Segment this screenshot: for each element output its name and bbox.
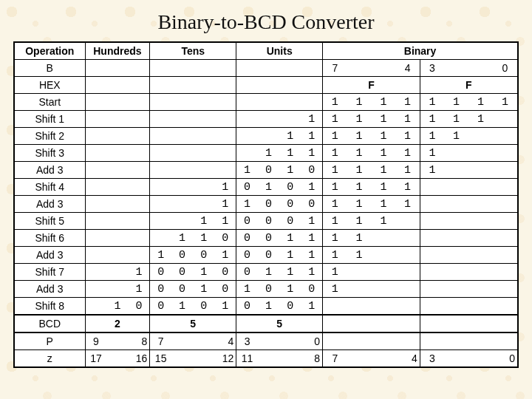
cell-binary <box>468 128 493 145</box>
cell-hundreds <box>106 111 128 128</box>
cell-tens: 0 <box>171 247 193 264</box>
cell-units: 1 <box>258 179 279 196</box>
cell-tens <box>150 179 171 196</box>
cell-binary <box>395 264 420 281</box>
cell-binary <box>468 213 493 230</box>
step-row: Shift 81001010101 <box>15 298 517 316</box>
cell-units: 0 <box>279 213 301 230</box>
cell-tens <box>214 162 236 179</box>
cell-tens: 0 <box>193 247 214 264</box>
cell-op: Shift 3 <box>15 145 85 162</box>
cell-binary <box>420 281 444 298</box>
cell-tens <box>150 111 171 128</box>
cell-binary: 1 <box>420 94 444 111</box>
hex-left: F <box>323 77 420 94</box>
cell-units: 0 <box>301 281 322 298</box>
cell-binary: 1 <box>420 111 444 128</box>
cell-binary <box>493 281 517 298</box>
cell-binary <box>468 298 493 316</box>
b-4: 4 <box>395 60 420 77</box>
cell-binary <box>395 298 420 316</box>
cell-units: 1 <box>279 145 301 162</box>
cell-binary <box>493 298 517 316</box>
cell-units: 0 <box>301 162 322 179</box>
cell-binary <box>371 264 395 281</box>
step-row: Shift 5110001111 <box>15 213 517 230</box>
cell-units: 1 <box>301 128 322 145</box>
cell-binary: 1 <box>323 162 347 179</box>
cell-units: 0 <box>236 264 258 281</box>
cell-hundreds <box>85 213 106 230</box>
cell-binary <box>347 264 372 281</box>
cell-tens <box>171 179 193 196</box>
cell-binary: 1 <box>444 94 468 111</box>
cell-binary <box>395 230 420 247</box>
cell-units <box>236 111 258 128</box>
cell-binary <box>444 179 468 196</box>
cell-binary: 1 <box>323 213 347 230</box>
cell-tens <box>193 128 214 145</box>
cell-binary <box>493 230 517 247</box>
cell-binary <box>444 162 468 179</box>
cell-op: Add 3 <box>15 247 85 264</box>
b-0: 0 <box>493 60 517 77</box>
cell-binary: 1 <box>420 145 444 162</box>
cell-units: 0 <box>258 213 279 230</box>
cell-tens: 0 <box>150 281 171 298</box>
cell-op: Shift 5 <box>15 213 85 230</box>
cell-binary: 1 <box>323 264 347 281</box>
cell-hundreds <box>106 162 128 179</box>
cell-tens: 1 <box>214 247 236 264</box>
step-row: Shift 4101011111 <box>15 179 517 196</box>
cell-units <box>236 94 258 111</box>
row-bcd: BCD 2 5 5 <box>15 315 517 332</box>
cell-units: 0 <box>258 281 279 298</box>
cell-binary <box>444 247 468 264</box>
cell-binary <box>468 179 493 196</box>
cell-hundreds <box>129 128 150 145</box>
cell-units <box>301 94 322 111</box>
cell-binary: 1 <box>395 111 420 128</box>
step-row: Add 3101011111 <box>15 162 517 179</box>
bcd-u: 5 <box>236 315 323 332</box>
cell-tens: 1 <box>193 230 214 247</box>
row-z: z 17 16 15 12 11 8 7 4 3 0 <box>15 350 517 367</box>
cell-hundreds: 1 <box>129 281 150 298</box>
cell-tens <box>193 145 214 162</box>
cell-tens <box>150 94 171 111</box>
cell-hundreds <box>85 162 106 179</box>
cell-units <box>279 94 301 111</box>
cell-units <box>279 111 301 128</box>
cell-binary: 1 <box>371 128 395 145</box>
cell-units: 1 <box>279 128 301 145</box>
cell-units: 1 <box>301 213 322 230</box>
cell-binary <box>444 213 468 230</box>
cell-binary: 1 <box>395 196 420 213</box>
cell-hundreds <box>85 196 106 213</box>
cell-op: Add 3 <box>15 196 85 213</box>
cell-units <box>258 111 279 128</box>
cell-units: 0 <box>258 230 279 247</box>
cell-tens: 1 <box>214 179 236 196</box>
cell-binary <box>468 247 493 264</box>
cell-tens <box>171 213 193 230</box>
cell-op: Shift 7 <box>15 264 85 281</box>
cell-tens <box>214 145 236 162</box>
cell-binary: 1 <box>444 111 468 128</box>
step-row: Shift 6110001111 <box>15 230 517 247</box>
cell-binary <box>420 179 444 196</box>
cell-binary <box>420 298 444 316</box>
cell-binary <box>493 128 517 145</box>
cell-binary: 1 <box>468 94 493 111</box>
cell-binary <box>468 145 493 162</box>
cell-binary: 1 <box>323 94 347 111</box>
cell-hundreds: 0 <box>129 298 150 316</box>
cell-binary: 1 <box>347 111 372 128</box>
cell-tens <box>193 196 214 213</box>
cell-units: 1 <box>279 230 301 247</box>
cell-units: 0 <box>236 213 258 230</box>
cell-binary: 1 <box>371 213 395 230</box>
cell-binary <box>444 230 468 247</box>
cell-binary: 1 <box>371 111 395 128</box>
cell-tens <box>214 111 236 128</box>
